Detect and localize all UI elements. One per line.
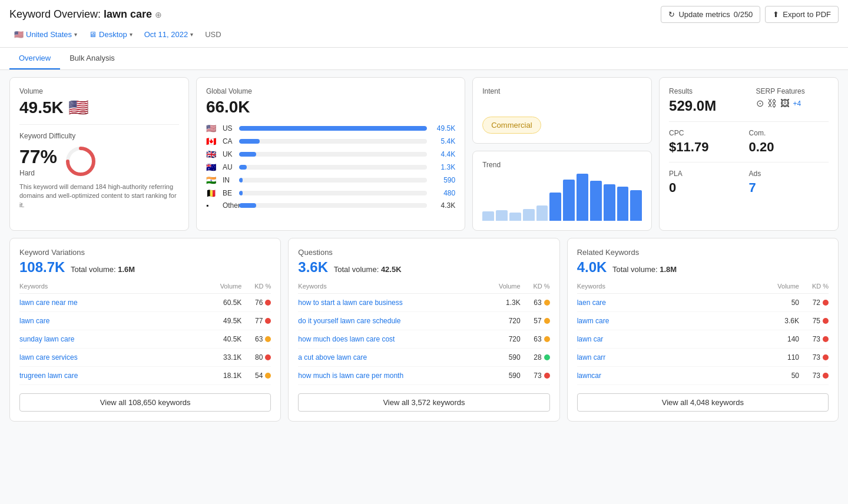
trend-bar-12 bbox=[630, 190, 642, 221]
kw-link[interactable]: lawn care bbox=[19, 317, 200, 325]
cpc-label: CPC bbox=[669, 129, 748, 137]
table-row: how much is lawn care per month 590 73 bbox=[298, 367, 549, 385]
global-volume-card: Global Volume 66.0K 🇺🇸 US 49.5K 🇨🇦 CA 5.… bbox=[196, 77, 465, 231]
kd-dot bbox=[265, 373, 271, 379]
kw-link[interactable]: lawn care services bbox=[19, 353, 200, 362]
view-all-q-button[interactable]: View all 3,572 keywords bbox=[298, 393, 549, 412]
country-filter[interactable]: 🇺🇸 United States ▾ bbox=[9, 28, 82, 41]
table-row: do it yourself lawn care schedule 720 57 bbox=[298, 312, 549, 330]
flag-icon: 🇺🇸 bbox=[68, 98, 89, 117]
rk-section-title: Related Keywords bbox=[577, 248, 829, 257]
volume-value: 49.5K 🇺🇸 bbox=[19, 98, 179, 117]
title-row: Keyword Overview: lawn care ⊕ ↻ Update m… bbox=[9, 6, 839, 23]
intent-trend-column: Intent Commercial Trend bbox=[472, 77, 652, 231]
trend-bar-10 bbox=[604, 184, 615, 221]
kd-dot bbox=[265, 354, 271, 360]
com-label: Com. bbox=[749, 129, 829, 137]
date-filter[interactable]: Oct 11, 2022 ▾ bbox=[140, 28, 198, 41]
kd-dot bbox=[544, 336, 550, 342]
table-row: laen care 50 72 bbox=[577, 294, 829, 312]
update-metrics-button[interactable]: ↻ Update metrics 0/250 bbox=[661, 6, 760, 23]
table-row: lawn care near me 60.5K 76 bbox=[19, 294, 271, 312]
kw-link[interactable]: how much does lawn care cost bbox=[298, 335, 479, 343]
kw-link[interactable]: how much is lawn care per month bbox=[298, 372, 479, 380]
trend-card: Trend bbox=[472, 151, 652, 231]
rk-table: Keywords Volume KD % laen care 50 72 law… bbox=[577, 283, 829, 385]
trend-bar-1 bbox=[482, 211, 494, 221]
q-total-meta: Total volume: 42.5K bbox=[334, 265, 402, 274]
top-cards-row: Volume 49.5K 🇺🇸 Keyword Difficulty 77% H… bbox=[9, 77, 839, 231]
us-flag: 🇺🇸 bbox=[206, 124, 218, 133]
table-row: how much does lawn care cost 720 63 bbox=[298, 330, 549, 349]
intent-card: Intent Commercial bbox=[472, 77, 652, 144]
kw-link[interactable]: lawm care bbox=[577, 317, 758, 325]
bar-row-uk: 🇬🇧 UK 4.4K bbox=[206, 150, 455, 159]
kw-link[interactable]: how to start a lawn care business bbox=[298, 299, 479, 307]
results-card: Results 529.0M SERP Features ⊙ ⛓ 🖼 +4 CP… bbox=[659, 77, 839, 231]
tab-bulk-analysis[interactable]: Bulk Analysis bbox=[60, 48, 124, 69]
kd-level: Hard bbox=[19, 169, 57, 177]
be-flag: 🇧🇪 bbox=[206, 188, 218, 198]
kw-link[interactable]: lawn care near me bbox=[19, 299, 200, 307]
tab-overview[interactable]: Overview bbox=[9, 48, 60, 69]
title-prefix: Keyword Overview: bbox=[9, 8, 101, 20]
chevron-down-icon: ▾ bbox=[190, 31, 193, 38]
com-value: 0.20 bbox=[749, 140, 829, 155]
kd-dot bbox=[265, 336, 271, 342]
kd-dot bbox=[823, 336, 829, 342]
kw-link[interactable]: do it yourself lawn care schedule bbox=[298, 317, 479, 325]
kd-dot bbox=[544, 354, 550, 360]
kv-section-title: Keyword Variations bbox=[19, 248, 271, 257]
export-pdf-button[interactable]: ⬆ Export to PDF bbox=[765, 6, 839, 23]
country-bars: 🇺🇸 US 49.5K 🇨🇦 CA 5.4K 🇬🇧 UK 4.4K bbox=[206, 124, 455, 210]
keyword-variations-card: Keyword Variations 108.7K Total volume: … bbox=[9, 238, 281, 422]
kw-link[interactable]: a cut above lawn care bbox=[298, 353, 479, 362]
kw-link[interactable]: lawn carr bbox=[577, 353, 758, 362]
kw-link[interactable]: lawn car bbox=[577, 335, 758, 343]
results-section: Results 529.0M bbox=[669, 87, 741, 114]
kw-link[interactable]: sunday lawn care bbox=[19, 335, 200, 343]
trend-bar-5 bbox=[536, 205, 548, 221]
kw-link[interactable]: trugreen lawn care bbox=[19, 372, 200, 380]
kd-label: Keyword Difficulty bbox=[19, 132, 179, 140]
country-label: United States bbox=[26, 30, 72, 39]
add-keyword-icon[interactable]: ⊕ bbox=[155, 10, 162, 19]
ads-label: Ads bbox=[749, 170, 829, 178]
q-table-header: Keywords Volume KD % bbox=[298, 283, 549, 294]
tabs-bar: Overview Bulk Analysis bbox=[0, 48, 848, 70]
intent-label: Intent bbox=[482, 87, 642, 95]
table-row: how to start a lawn care business 1.3K 6… bbox=[298, 294, 549, 312]
main-content: Volume 49.5K 🇺🇸 Keyword Difficulty 77% H… bbox=[0, 70, 848, 429]
ca-flag: 🇨🇦 bbox=[206, 137, 218, 146]
device-filter[interactable]: 🖥 Desktop ▾ bbox=[84, 28, 137, 41]
kd-dot bbox=[265, 318, 271, 324]
view-all-rk-button[interactable]: View all 4,048 keywords bbox=[577, 393, 829, 412]
table-row: lawn car 140 73 bbox=[577, 330, 829, 349]
ads-section: Ads 7 bbox=[749, 170, 829, 195]
desktop-icon: 🖥 bbox=[89, 30, 97, 39]
bar-row-in: 🇮🇳 IN 590 bbox=[206, 175, 455, 185]
kw-link[interactable]: lawncar bbox=[577, 372, 758, 380]
kd-dot bbox=[823, 373, 829, 379]
in-flag: 🇮🇳 bbox=[206, 175, 218, 185]
kw-link[interactable]: laen care bbox=[577, 299, 758, 307]
trend-bar-8 bbox=[577, 174, 588, 221]
pla-label: PLA bbox=[669, 170, 748, 178]
table-row: sunday lawn care 40.5K 63 bbox=[19, 330, 271, 349]
ads-value: 7 bbox=[749, 180, 829, 195]
q-section-title: Questions bbox=[298, 248, 549, 257]
trend-chart bbox=[482, 174, 642, 221]
bar-track bbox=[239, 178, 427, 183]
pla-value: 0 bbox=[669, 180, 748, 195]
au-flag: 🇦🇺 bbox=[206, 163, 218, 172]
uk-flag: 🇬🇧 bbox=[206, 150, 218, 159]
kd-donut-chart bbox=[64, 145, 97, 178]
bar-row-be: 🇧🇪 BE 480 bbox=[206, 188, 455, 198]
table-row: lawm care 3.6K 75 bbox=[577, 312, 829, 330]
serp-plus: +4 bbox=[793, 100, 801, 108]
trend-bar-3 bbox=[509, 213, 521, 221]
header-actions: ↻ Update metrics 0/250 ⬆ Export to PDF bbox=[661, 6, 839, 23]
view-all-kv-button[interactable]: View all 108,650 keywords bbox=[19, 393, 271, 412]
refresh-icon: ↻ bbox=[668, 10, 675, 19]
update-count: 0/250 bbox=[734, 10, 753, 19]
